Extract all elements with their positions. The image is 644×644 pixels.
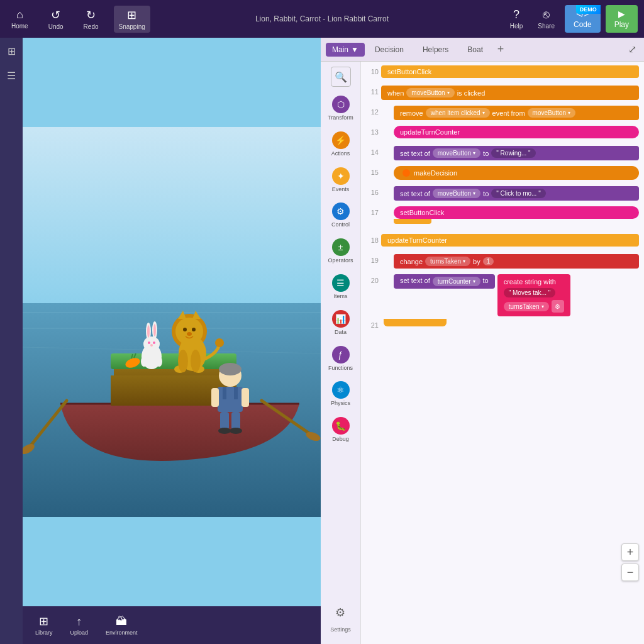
svg-rect-44: [211, 388, 219, 407]
sidebar-tool-debug[interactable]: 🐛 Debug: [323, 413, 358, 447]
zoom-out-button[interactable]: −: [621, 564, 639, 581]
control-icon: ⚙: [332, 203, 350, 220]
sidebar-tool-data[interactable]: 📊 Data: [323, 306, 358, 340]
svg-point-36: [178, 350, 188, 372]
code-sidebar: 🔍 ⬡ Transform ⚡ Actions ✦ Events ⚙ Contr…: [321, 62, 361, 644]
sidebar-tool-events[interactable]: ✦ Events: [323, 164, 358, 197]
environment-label: Environment: [106, 630, 138, 636]
scene-cursor-icon[interactable]: ⊞: [5, 43, 18, 60]
undo-icon: ↺: [51, 8, 60, 22]
svg-rect-47: [231, 412, 240, 430]
operators-label: Operators: [328, 257, 353, 264]
upload-label: Upload: [70, 630, 89, 636]
demo-badge: DEMO: [576, 5, 601, 14]
settings-icon[interactable]: ⚙: [330, 602, 350, 623]
block-area-20: set text of turnCounter ▾ to creat: [381, 273, 639, 318]
toolbar-left: ⌂ Home ↺ Undo ↻ Redo ⊞ Snapping: [6, 6, 150, 33]
code-row-14: 14 set text of moveButton ▾ to " Rowing.…: [366, 145, 639, 165]
snapping-button[interactable]: ⊞ Snapping: [114, 6, 150, 33]
block-when-clicked[interactable]: when moveButton ▾ is clicked: [381, 86, 639, 100]
string-settings-icon[interactable]: ⚙: [552, 300, 564, 313]
actions-icon: ⚡: [332, 131, 350, 149]
svg-rect-46: [220, 412, 229, 430]
tab-add-button[interactable]: +: [493, 42, 508, 57]
block-setbuttonclick-top[interactable]: setButtonClick: [381, 65, 639, 78]
undo-button[interactable]: ↺ Undo: [43, 6, 69, 33]
block-area-15: makeDecision: [381, 165, 639, 181]
movebtn-pill-11[interactable]: moveButton ▾: [406, 88, 454, 97]
block-updateturncounter-13[interactable]: updateTurnCounter: [394, 126, 639, 138]
sidebar-tool-items[interactable]: ☰ Items: [323, 270, 358, 304]
block-settext-16[interactable]: set text of moveButton ▾ to " Click to m…: [394, 186, 639, 201]
events-label: Events: [332, 186, 350, 193]
block-area-16: set text of moveButton ▾ to " Click to m…: [381, 185, 639, 202]
operators-icon: ±: [332, 238, 350, 256]
block-settext-14[interactable]: set text of moveButton ▾ to " Rowing... …: [394, 146, 639, 160]
event-pill-12[interactable]: when item clicked ▾: [426, 108, 490, 118]
turnsvar-pill-19[interactable]: turnsTaken ▾: [425, 257, 470, 266]
tab-decision[interactable]: Decision: [366, 42, 413, 58]
code-row-21: 21: [366, 318, 639, 338]
share-button[interactable]: ⎋ Share: [533, 6, 560, 32]
library-button[interactable]: ⊞ Library: [28, 611, 60, 640]
movebtn-pill-12[interactable]: moveButton ▾: [528, 108, 575, 118]
home-button[interactable]: ⌂ Home: [6, 6, 33, 32]
block-makedecision[interactable]: makeDecision: [394, 166, 639, 180]
upload-button[interactable]: ↑ Upload: [63, 611, 96, 640]
functions-icon: ƒ: [332, 346, 350, 364]
home-icon: ⌂: [16, 8, 23, 21]
turnsvar-pill-20[interactable]: turnsTaken ▾: [504, 302, 549, 311]
string-builder-block[interactable]: create string with " Moves tak... " turn…: [497, 274, 570, 316]
search-button[interactable]: 🔍: [331, 67, 351, 87]
movebtn-pill-16[interactable]: moveButton ▾: [433, 189, 480, 198]
tab-main[interactable]: Main ▼: [326, 43, 365, 57]
sidebar-tool-transform[interactable]: ⬡ Transform: [323, 92, 358, 125]
functions-label: Functions: [328, 365, 353, 372]
tab-main-label: Main: [332, 45, 348, 54]
code-row-17: 17 setButtonClick: [366, 205, 639, 225]
svg-point-40: [219, 363, 242, 375]
settings-area: ⚙ Settings: [330, 597, 351, 639]
block-change-19[interactable]: change turnsTaken ▾ by 1: [394, 254, 639, 269]
undo-label: Undo: [48, 23, 64, 30]
sidebar-tool-functions[interactable]: ƒ Functions: [323, 342, 358, 375]
actions-label: Actions: [331, 150, 350, 157]
block-settext-20[interactable]: set text of turnCounter ▾ to: [394, 274, 495, 289]
environment-icon: 🏔: [116, 615, 127, 628]
block-remove-event[interactable]: remove when item clicked ▾ event from mo…: [394, 106, 639, 120]
scene-list-icon[interactable]: ☰: [4, 67, 18, 84]
top-bar: ⌂ Home ↺ Undo ↻ Redo ⊞ Snapping Lion, Ra…: [0, 0, 644, 38]
svg-point-37: [191, 350, 201, 372]
svg-point-22: [153, 341, 155, 344]
block-updateturncounter-18[interactable]: updateTurnCounter: [381, 234, 639, 247]
play-icon: ▶: [618, 9, 625, 19]
line-num-13: 13: [366, 125, 379, 136]
svg-point-20: [153, 324, 156, 336]
block-area-17: setButtonClick: [381, 205, 639, 225]
sidebar-tool-operators[interactable]: ± Operators: [323, 235, 358, 268]
svg-point-32: [192, 328, 196, 331]
redo-icon: ↻: [86, 8, 96, 22]
movebtn-pill-14[interactable]: moveButton ▾: [433, 148, 480, 158]
svg-point-48: [218, 428, 231, 434]
snapping-icon: ⊞: [127, 8, 136, 22]
zoom-in-button[interactable]: +: [621, 543, 639, 561]
block-setbuttonclick-17[interactable]: setButtonClick: [394, 206, 639, 219]
play-button[interactable]: ▶ Play: [606, 5, 638, 33]
data-icon: 📊: [332, 310, 350, 328]
sidebar-tool-actions[interactable]: ⚡ Actions: [323, 128, 358, 161]
sidebar-tool-physics[interactable]: ⚛ Physics: [323, 377, 358, 411]
fullscreen-button[interactable]: ⤢: [626, 41, 639, 58]
environment-button[interactable]: 🏔 Environment: [98, 611, 145, 640]
tab-helpers[interactable]: Helpers: [414, 42, 457, 58]
scene-svg: [23, 38, 321, 606]
block-area-18: updateTurnCounter: [381, 233, 639, 248]
help-button[interactable]: ? Help: [505, 6, 528, 32]
turncounter-pill-20[interactable]: turnCounter ▾: [433, 277, 480, 286]
redo-button[interactable]: ↻ Redo: [79, 6, 104, 33]
tab-boat[interactable]: Boat: [458, 42, 492, 58]
sidebar-tool-control[interactable]: ⚙ Control: [323, 199, 358, 232]
tab-dropdown-arrow: ▼: [351, 45, 358, 54]
library-label: Library: [35, 630, 53, 636]
data-label: Data: [335, 329, 347, 336]
